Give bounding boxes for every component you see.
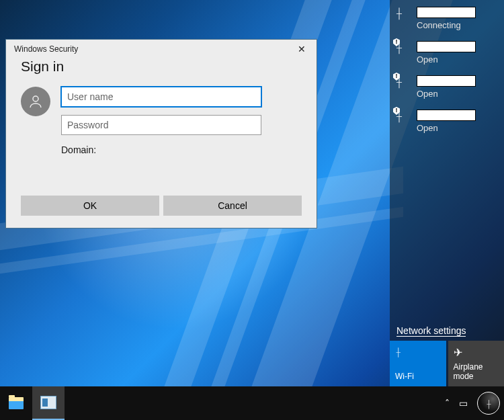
svg-point-0: [33, 96, 38, 101]
control-panel-taskbar-button[interactable]: [32, 386, 65, 420]
wifi-icon: ⟊: [395, 7, 410, 20]
network-item[interactable]: !⟊ Open: [390, 103, 504, 137]
dialog-title: Windows Security: [14, 44, 78, 54]
airplane-icon: ✈: [454, 346, 499, 359]
network-item[interactable]: !⟊ Open: [390, 69, 504, 103]
network-item[interactable]: ⟊ Connecting: [390, 0, 504, 34]
battery-icon[interactable]: ▭: [459, 398, 468, 409]
network-settings-link[interactable]: Network settings: [396, 325, 466, 337]
wifi-icon: ⟊: [395, 346, 441, 358]
taskbar: ˄ ▭ ⟊: [0, 386, 504, 420]
tile-label: Airplane mode: [454, 362, 499, 381]
network-item[interactable]: !⟊ Open: [390, 34, 504, 69]
network-status: Open: [417, 54, 499, 65]
username-input[interactable]: [61, 87, 261, 107]
password-input[interactable]: [61, 115, 261, 135]
network-status: Open: [417, 123, 499, 133]
airplane-mode-tile[interactable]: ✈ Airplane mode: [448, 341, 505, 386]
network-ssid: [417, 41, 476, 52]
tile-label: Wi-Fi: [395, 372, 441, 381]
ok-button[interactable]: OK: [21, 196, 159, 216]
control-panel-icon: [40, 396, 56, 409]
network-status: Connecting: [417, 20, 499, 30]
network-ssid: [417, 110, 476, 121]
wifi-toggle-tile[interactable]: ⟊ Wi-Fi: [390, 341, 446, 386]
network-status: Open: [417, 89, 499, 99]
wifi-open-icon: !⟊: [395, 75, 410, 89]
network-tray-icon[interactable]: ⟊: [477, 392, 500, 415]
file-explorer-icon: [9, 397, 24, 409]
cancel-button[interactable]: Cancel: [163, 196, 302, 216]
dialog-heading: Sign in: [21, 58, 302, 75]
user-avatar-icon: [21, 87, 50, 116]
domain-label: Domain:: [61, 144, 302, 155]
file-explorer-taskbar-button[interactable]: [0, 386, 32, 420]
network-flyout: ⟊ Connecting !⟊ Open !⟊ Open !⟊ Open Net…: [390, 0, 504, 386]
wifi-open-icon: !⟊: [395, 41, 410, 54]
network-ssid: [417, 7, 476, 18]
network-ssid: [417, 75, 476, 87]
wifi-open-icon: !⟊: [395, 110, 410, 123]
close-button[interactable]: ✕: [294, 44, 310, 54]
tray-chevron-icon[interactable]: ˄: [445, 398, 450, 409]
windows-security-dialog: Windows Security ✕ Sign in Domain: OK Ca…: [5, 39, 317, 228]
